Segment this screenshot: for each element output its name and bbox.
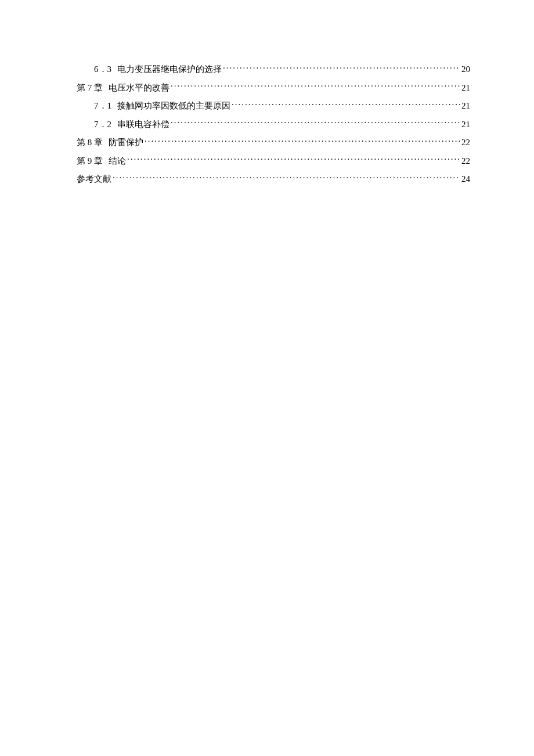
toc-entry: 7．2串联电容补偿 21: [77, 118, 470, 131]
toc-page-number: 21: [461, 99, 470, 113]
toc-prefix: 第 8 章: [77, 138, 103, 147]
toc-page-number: 21: [461, 81, 470, 95]
toc-label: 参考文献: [77, 172, 111, 186]
toc-title: 电压水平的改善: [109, 83, 169, 92]
toc-entry: 6．3电力变压器继电保护的选择 20: [77, 63, 470, 76]
toc-label: 7．1接触网功率因数低的主要原因: [94, 99, 230, 113]
toc-prefix: 6．3: [94, 64, 111, 74]
toc-leader: [232, 100, 460, 109]
toc-entry: 参考文献 24: [77, 172, 470, 186]
toc-title: 参考文献: [77, 174, 111, 183]
toc-label: 6．3电力变压器继电保护的选择: [94, 63, 222, 76]
toc-entry: 7．1接触网功率因数低的主要原因 21: [77, 99, 470, 113]
toc-entry: 第 7 章电压水平的改善 21: [77, 81, 470, 95]
toc-prefix: 第 7 章: [77, 83, 103, 92]
document-page: 6．3电力变压器继电保护的选择 20 第 7 章电压水平的改善 21 7．1接触…: [0, 0, 534, 186]
toc-prefix: 第 9 章: [77, 156, 103, 165]
toc-label: 第 9 章结论: [77, 154, 126, 168]
toc-prefix: 7．2: [94, 120, 111, 129]
toc-leader: [171, 118, 460, 127]
toc-title: 接触网功率因数低的主要原因: [117, 101, 230, 110]
toc-page-number: 20: [461, 63, 470, 76]
toc-page-number: 24: [461, 172, 470, 186]
toc-page-number: 21: [461, 118, 470, 131]
toc-title: 防雷保护: [109, 138, 143, 147]
toc-entry: 第 9 章结论 22: [77, 154, 470, 168]
toc-label: 第 8 章防雷保护: [77, 136, 143, 149]
toc-label: 7．2串联电容补偿: [94, 118, 169, 131]
toc-label: 第 7 章电压水平的改善: [77, 81, 169, 95]
toc-leader: [113, 173, 460, 182]
toc-title: 电力变压器继电保护的选择: [117, 64, 222, 74]
toc-page-number: 22: [461, 136, 470, 149]
toc-leader: [145, 136, 460, 145]
toc-entry: 第 8 章防雷保护 22: [77, 136, 470, 149]
toc-leader: [171, 82, 460, 91]
toc-leader: [223, 63, 460, 72]
toc-leader: [127, 155, 460, 164]
toc-title: 结论: [109, 156, 126, 165]
toc-title: 串联电容补偿: [117, 120, 169, 129]
toc-prefix: 7．1: [94, 101, 111, 110]
toc-page-number: 22: [461, 154, 470, 168]
